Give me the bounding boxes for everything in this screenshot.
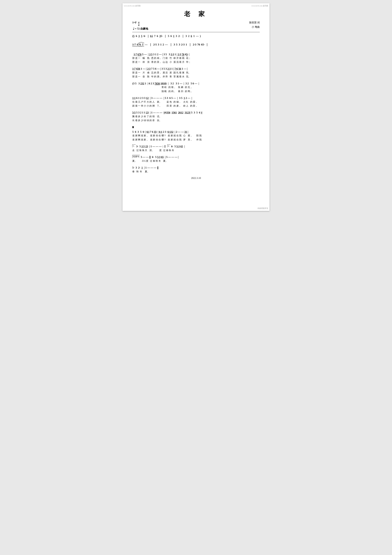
author: 陈世慧 词 xyxy=(249,21,260,25)
notation-7: 5 6 3 5 6· | 6·i 7 6 35· | 6·1 2 3 6·132… xyxy=(132,130,260,134)
line-4: (3 5 3 232 1 | 6 2 3 7656 1010) | 3 2 3 … xyxy=(132,81,260,93)
volta-2-content: 6· 5 5·3 65 | xyxy=(171,144,185,149)
header-info: 1=F 4 4 ♩= 72 自豪地 陈世慧 词 小 驽曲 xyxy=(132,21,260,31)
lyric-7b: 老 家 啊 老 家， 老 家 你 在 哪？ 老 家 就 在 我 梦 里， 伴 我 xyxy=(132,138,260,142)
page-title: 老 家 xyxy=(132,10,260,18)
date: 2022.3.10 xyxy=(132,177,260,180)
jieshuju-label: 结束句 xyxy=(132,155,140,158)
watermark-top-right: www.ktv8.com 超词曲 xyxy=(251,5,268,7)
lyric-3a: 那 是 一 片 难 忘 的 景， 屋 后 菜 园 扎 着 篱 笆。 xyxy=(132,71,260,74)
key-line: 1=F 4 4 xyxy=(132,21,148,27)
notation-4: (3 5 3 232 1 | 6 2 3 7656 1010) | 3 2 3 … xyxy=(132,81,260,86)
notation-2-text: 1·7 676 5 — | 2·5 3 1 2 — | 3 5 3 2·3 1 … xyxy=(132,53,260,56)
key-label: 1=F xyxy=(132,21,137,25)
volta-1-container: 1. xyxy=(132,144,135,147)
author-info: 陈世慧 词 小 驽曲 xyxy=(249,21,260,29)
lyric-10a: 春 秋 冬 夏。 xyxy=(132,170,260,174)
line-6: 5·5 5 3 2 1 1 23 | 1 — — — |(6356 1561 2… xyxy=(132,110,260,122)
notation-10: 5· 3 2· 1 | 1 — — — ‖ xyxy=(132,166,260,170)
lyric-7a: 老 家 啊 老 家， 老 家 你 在 哪？ 老 家 就 在 我 心 窝， 陪 我 xyxy=(132,134,260,138)
notation-9: 5 — — ‖ 6· 5 5·3 65 | 5 — — — | xyxy=(141,155,178,159)
lyric-5b: 跟 着 一 串 小 小 的 脚 丫。 田 里 的 麦， 岭 上 的 茶， xyxy=(132,104,260,108)
line-5: 1·1 6 1 2 3 3 12 | 3 — — — | 5 3 6 5 — |… xyxy=(132,96,260,108)
svg-text:1·7
          676
          5
: 1·7 676 5 — ｜ 2·5 3 1 2 — ｜ 3 5 3 2·3 1 xyxy=(132,43,208,46)
lyric-8a: 走 过 海 角 天 涯。 度 过 春 秋 冬 xyxy=(132,149,260,152)
composer: 小 驽曲 xyxy=(249,25,260,29)
lyric-2a: 那 是 一 幅 熟 悉 的 画， 门 前 竹 林 开 着 桃 花； xyxy=(132,56,260,60)
line-10: 5· 3 2· 1 | 1 — — — ‖ 春 秋 冬 夏。 xyxy=(132,166,260,174)
key-info: 1=F 4 4 ♩= 72 自豪地 xyxy=(132,21,148,31)
notation-8b: 6· 5 5·3 65 | xyxy=(171,144,185,149)
watermark-bottom-right: 本曲谱搜罗音 xyxy=(257,207,268,210)
time-top: 4 xyxy=(138,22,140,24)
page: www.ktv8.com 超词曲 www.ktv8.com 超词曲 老 家 1=… xyxy=(122,3,270,211)
volta-2-container: 2. xyxy=(167,144,171,147)
lyric-4a: 青 砖 的 墙， 鱼 鳞 的 瓦， xyxy=(132,86,260,89)
volta-1-content: 3· 5 2·5 23 | 1 — — —：‖ xyxy=(136,144,166,149)
line-9: 结束句 5 — — ‖ 6· 5 5·3 65 | 5 — — — | 夏。 D… xyxy=(132,155,260,163)
lyric-3b: 那 是 一 壶 陈 年 的 酒， 井 旁 青 苔 溅 着 水 花。 xyxy=(132,75,260,79)
line-1: (5 6 3 5 6· ｜ 6·i 7 6 35· ｜ 5 6 1 3 2· ｜… xyxy=(132,34,260,39)
notation-8a: 3· 5 2·5 23 | 1 — — —：‖ xyxy=(136,144,166,149)
content: 老 家 1=F 4 4 ♩= 72 自豪地 陈世慧 词 小 驽曲 xyxy=(132,10,260,180)
line-7: 𝄋 5 6 3 5 6· | 6·i 7 6 35· | 6·1 2 3 6·1… xyxy=(132,125,260,142)
volta-section: 1. 3· 5 2·5 23 | 1 — — —：‖ 2. 6· 5 5·3 6… xyxy=(132,144,260,149)
notation-svg-2: 1·7 676 5 — ｜ 2·5 3 1 2 — ｜ 3 5 3 2·3 1 xyxy=(132,41,260,52)
notation-5: 1·1 6 1 2 3 3 12 | 3 — — — | 5 3 6 5 — |… xyxy=(132,96,260,100)
volta-1-label: 1. xyxy=(132,145,135,147)
notation-3: 1·7 656 1 — | 2·3 7 5 6 — | 3 5 3 2·3 1 … xyxy=(132,67,260,71)
lyric-4b: 报 晓 的 鸡， 暮 归 的 鸭， xyxy=(132,90,260,93)
line-8: 1. 3· 5 2·5 23 | 1 — — —：‖ 2. 6· 5 5·3 6… xyxy=(132,144,260,152)
lyric-2b: 那 是 一 杯 清 香 的 茶， 山 边 小 溪 流 着 月 华； xyxy=(132,60,260,64)
volta-2-label: 2. xyxy=(167,145,171,147)
line-2: 1·7 676 5 — ｜ 2·5 3 1 2 — ｜ 3 5 3 2·3 1 xyxy=(132,41,260,64)
time-bottom: 4 xyxy=(138,24,140,27)
notation-6: 5·5 5 3 2 1 1 23 | 1 — — — |(6356 1561 2… xyxy=(132,110,260,115)
watermark-top-left: www.ktv8.com 超词曲 xyxy=(124,5,141,7)
time-sig: 4 4 xyxy=(138,22,140,27)
lyric-6b: 长 着 多 少 绿 绿 的 牵 挂。 xyxy=(132,119,260,122)
jieshuju-section: 结束句 5 — — ‖ 6· 5 5·3 65 | 5 — — — | xyxy=(132,155,260,159)
tempo-label: ♩= 72 自豪地 xyxy=(132,27,148,31)
segno-sign: 𝄋 xyxy=(132,125,134,130)
lyric-5a: 住 着 几 户 不 大 的 人 家。 蓝 色 的 烟， 火 红 的 霞， xyxy=(132,100,260,104)
line-3: 1·7 656 1 — | 2·3 7 5 6 — | 3 5 3 2·3 1 … xyxy=(132,67,260,79)
lyric-6a: 飘 着 多 少 未 了 的 情 话。 xyxy=(132,115,260,118)
notation-1: (5 6 3 5 6· ｜ 6·i 7 6 35· ｜ 5 6 1 3 2· ｜… xyxy=(132,34,260,39)
lyric-9a: 夏。 D.S.度 过 春 秋 冬 夏。 xyxy=(132,159,260,163)
